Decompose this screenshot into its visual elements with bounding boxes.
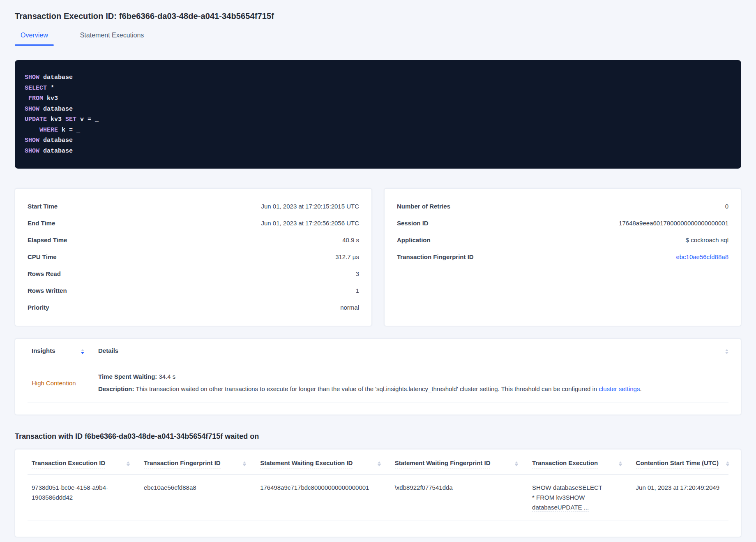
sort-desc-arrow-icon: [619, 464, 622, 466]
column-header-label[interactable]: Transaction Fingerprint ID: [144, 459, 221, 468]
cell-txn-execution-id: 9738d051-bc0e-4158-a9b4-1903586ddd42: [28, 475, 140, 521]
sort-asc-arrow-icon: [515, 461, 518, 463]
column-header-txn-fingerprint-id[interactable]: Transaction Fingerprint ID: [140, 459, 256, 474]
sql-text: [25, 95, 28, 102]
insights-table-card: Insights Details High Contention Time Sp…: [15, 338, 741, 415]
stat-label: Rows Read: [28, 270, 61, 277]
txn-execution-statement-link[interactable]: SHOW databaseSELECT * FROM kv3SHOW datab…: [532, 484, 602, 511]
sql-text: kv3: [47, 116, 65, 123]
details-column-header[interactable]: Details: [98, 347, 118, 356]
sql-line: UPDATE kv3 SET v = _: [25, 114, 731, 125]
sort-icon[interactable]: [725, 349, 728, 354]
sort-asc-arrow-icon: [725, 349, 728, 351]
sort-icon[interactable]: [619, 461, 622, 466]
column-header-label[interactable]: Transaction Execution ID: [32, 459, 105, 468]
cell-txn-execution: SHOW databaseSELECT * FROM kv3SHOW datab…: [528, 475, 632, 521]
insights-header-label[interactable]: Insights: [32, 347, 55, 356]
sql-text: database: [39, 106, 73, 113]
time-spent-waiting-line: Time Spent Waiting: 34.4 s: [98, 371, 728, 383]
sql-keyword: SHOW: [25, 148, 39, 155]
sort-desc-arrow-icon: [378, 464, 381, 466]
stat-label: Session ID: [397, 220, 429, 227]
sql-text: [25, 127, 39, 134]
insight-details-cell: Time Spent Waiting: 34.4 s Description: …: [98, 371, 728, 395]
sort-desc-arrow-icon: [127, 464, 130, 466]
description-label: Description:: [98, 385, 134, 392]
transaction-fingerprint-link[interactable]: ebc10ae56cfd88a8: [676, 253, 728, 260]
stmt-waiting-fingerprint-id-value: \xdb8922f077541dda: [395, 484, 453, 491]
description-text: This transaction waited on other transac…: [134, 385, 599, 392]
stat-row-elapsed-time: Elapsed Time 40.9 s: [28, 232, 359, 248]
stat-value: 40.9 s: [342, 236, 359, 243]
table-row: 9738d051-bc0e-4158-a9b4-1903586ddd42 ebc…: [28, 475, 728, 521]
stat-value: Jun 01, 2023 at 17:20:15:2015 UTC: [261, 203, 359, 210]
tab-statement-executions[interactable]: Statement Executions: [74, 32, 150, 45]
page-title: Transaction Execution ID: f6be6366-da03-…: [15, 12, 741, 21]
column-header-label[interactable]: Contention Start Time (UTC): [636, 459, 719, 468]
txn-execution-id-value: 9738d051-bc0e-4158-a9b4-1903586ddd42: [32, 483, 112, 503]
insights-column-header[interactable]: Insights: [28, 347, 98, 356]
column-header-stmt-waiting-fingerprint-id[interactable]: Statement Waiting Fingerprint ID: [391, 459, 528, 474]
sort-icon[interactable]: [243, 461, 246, 466]
sort-desc-arrow-icon: [726, 464, 729, 466]
sort-desc-icon[interactable]: [81, 349, 84, 354]
sql-text: database: [39, 74, 73, 81]
column-header-txn-execution-id[interactable]: Transaction Execution ID: [28, 459, 140, 474]
sql-text: database: [39, 148, 73, 155]
column-header-label[interactable]: Statement Waiting Execution ID: [260, 459, 353, 468]
column-header-label[interactable]: Transaction Execution: [532, 459, 598, 468]
stat-label: Priority: [28, 304, 49, 311]
sql-line: FROM kv3: [25, 93, 731, 104]
summary-cards-row: Start Time Jun 01, 2023 at 17:20:15:2015…: [15, 188, 741, 326]
stat-label: Transaction Fingerprint ID: [397, 253, 474, 260]
stat-value: 17648a9eea6017800000000000000001: [619, 220, 728, 227]
sort-asc-arrow-icon: [81, 349, 84, 351]
stat-value: normal: [340, 304, 359, 311]
cell-contention-start-time: Jun 01, 2023 at 17:20:49:2049: [632, 475, 728, 521]
sort-icon[interactable]: [726, 461, 729, 466]
stat-label: Rows Written: [28, 287, 67, 294]
stat-row-retries: Number of Retries 0: [397, 198, 728, 215]
column-header-txn-execution[interactable]: Transaction Execution: [528, 459, 632, 474]
sql-line: SELECT *: [25, 83, 731, 94]
sort-icon[interactable]: [378, 461, 381, 466]
cluster-settings-link[interactable]: cluster settings: [599, 385, 640, 392]
sql-keyword: FROM: [28, 95, 43, 102]
stat-row-session-id: Session ID 17648a9eea6017800000000000000…: [397, 215, 728, 232]
waiting-label: Time Spent Waiting:: [98, 373, 157, 380]
sql-code: SHOW databaseSELECT * FROM kv3SHOW datab…: [25, 72, 731, 156]
sql-text: v = _: [76, 116, 99, 123]
column-header-stmt-waiting-execution-id[interactable]: Statement Waiting Execution ID: [256, 459, 391, 474]
sort-asc-arrow-icon: [726, 461, 729, 463]
txn-fingerprint-id-value: ebc10ae56cfd88a8: [144, 484, 196, 491]
sort-desc-arrow-icon: [81, 352, 84, 354]
column-header-label[interactable]: Statement Waiting Fingerprint ID: [395, 459, 491, 468]
tab-bar: Overview Statement Executions: [15, 32, 741, 45]
stat-row-priority: Priority normal: [28, 299, 359, 316]
sort-desc-arrow-icon: [515, 464, 518, 466]
card-footer-space: [28, 403, 728, 408]
sort-icon[interactable]: [515, 461, 518, 466]
stat-value: 3: [356, 270, 359, 277]
waited-on-heading: Transaction with ID f6be6366-da03-48de-a…: [15, 432, 741, 441]
stat-row-application: Application $ cockroach sql: [397, 232, 728, 248]
insight-name-cell: High Contention: [28, 371, 98, 395]
contention-table-card: Transaction Execution ID Transaction Fin…: [15, 449, 741, 537]
card-footer-space: [28, 521, 728, 528]
stat-row-end-time: End Time Jun 01, 2023 at 17:20:56:2056 U…: [28, 215, 359, 232]
description-suffix: .: [640, 385, 641, 392]
sql-keyword: SET: [65, 116, 76, 123]
stat-row-cpu-time: CPU Time 312.7 µs: [28, 248, 359, 265]
session-summary-card: Number of Retries 0 Session ID 17648a9ee…: [384, 188, 741, 326]
stat-row-rows-written: Rows Written 1: [28, 282, 359, 299]
tab-overview[interactable]: Overview: [15, 32, 54, 45]
column-header-contention-start-time[interactable]: Contention Start Time (UTC): [632, 459, 728, 474]
cell-stmt-waiting-execution-id: 176498a9c717bdc80000000000000001: [256, 475, 391, 521]
sort-asc-arrow-icon: [127, 461, 130, 463]
stat-value: 0: [725, 203, 728, 210]
sql-text: *: [47, 85, 54, 92]
details-header-label[interactable]: Details: [98, 347, 118, 356]
sort-icon[interactable]: [127, 461, 130, 466]
cell-stmt-waiting-fingerprint-id: \xdb8922f077541dda: [391, 475, 528, 521]
sql-text: k = _: [58, 127, 80, 134]
